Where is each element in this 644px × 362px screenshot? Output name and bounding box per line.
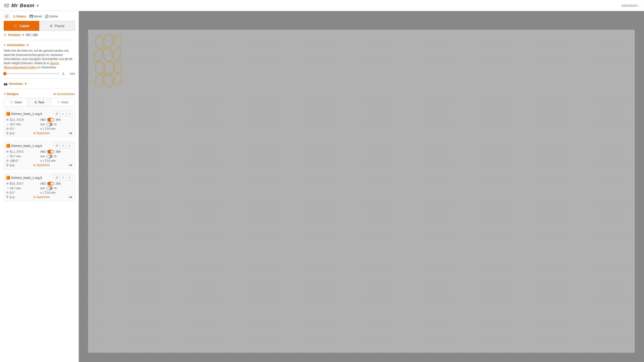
design-2-bottom: ⠿ 1×1 ⧉ duplizieren ≡▾ xyxy=(6,163,72,167)
laser-button[interactable]: 🔆 Laser xyxy=(4,21,39,31)
height-slider[interactable] xyxy=(4,73,60,74)
design-3-close-btn[interactable]: × xyxy=(67,175,72,180)
design-2-abc-toggle[interactable] xyxy=(47,150,54,154)
design-2-close-btn[interactable]: × xyxy=(67,143,72,148)
link-icon-2: ∞ xyxy=(40,159,42,162)
main-content: [x] ⚠ Status: 💾 Bereit 🔄 Online 🔆 xyxy=(0,11,644,362)
design-item-2-header: Einhorn_Karte_1.svg.6 ↺ + × xyxy=(6,143,72,148)
camera-icon: 📷 xyxy=(4,82,8,85)
designs-icon: ≡ xyxy=(4,92,6,96)
design-3-reset-btn[interactable]: ↺ xyxy=(54,175,59,180)
design-2-position: ✛ 41.1, 274.5 xyxy=(6,150,38,154)
width-icon-2: ↔ xyxy=(6,155,9,158)
status-label: ⚠ Status: xyxy=(13,14,27,18)
design-1-close-btn[interactable]: × xyxy=(67,111,72,116)
design-1-rotation: ↻ 0.0 ° xyxy=(6,127,38,130)
design-1-abc-toggle[interactable] xyxy=(47,118,54,122)
design-3-name: Einhorn_Karte_1.svg.6 xyxy=(6,176,42,179)
position-label[interactable]: Position: ▾ xyxy=(8,33,24,36)
vorschau-section[interactable]: 📷 Vorschau: ▾ xyxy=(4,82,75,85)
design-1-bottom: ⠿ 1×1 ⧉ duplizieren ≡▾ xyxy=(6,131,72,135)
grid-icon-3: ⠿ xyxy=(6,195,8,199)
logo-icon: 🥽 xyxy=(4,3,10,8)
duplicate-icon-3: ⧉ xyxy=(34,195,36,199)
design-3-icon xyxy=(6,176,10,179)
svg-point-7 xyxy=(103,61,115,76)
arbeit-section: ≡ Arbeitshöhe: ▾ Stelle hier die Höhe ei… xyxy=(4,43,75,75)
design-1-grid: ⠿ 1×1 xyxy=(6,132,14,135)
svg-point-6 xyxy=(94,60,105,75)
design-2-add-btn[interactable]: + xyxy=(60,143,66,148)
design-1-add-btn[interactable]: + xyxy=(60,111,66,116)
laser-icon: 🔆 xyxy=(13,24,18,28)
tab-text[interactable]: A Text xyxy=(28,98,51,106)
design-2-height: ∞ | 71.6 mm xyxy=(40,159,72,162)
design-3-duplicate-btn[interactable]: ⧉ duplizieren xyxy=(34,195,50,199)
reset-button[interactable]: ⊗ Zurücksetzen xyxy=(53,92,75,96)
svg-point-5 xyxy=(112,47,122,61)
design-3-abc: ABC ƆBA xyxy=(40,182,72,186)
svg-point-2 xyxy=(114,34,122,47)
design-2-menu-btn[interactable]: ≡▾ xyxy=(69,163,72,167)
x-button[interactable]: [x] xyxy=(4,14,10,18)
design-1-position: ✛ 22.2, 272.9 xyxy=(6,118,38,122)
design-1-props: ✛ 22.2, 272.9 ABC ƆBA ↔ 20.7 mm mm xyxy=(6,118,72,130)
design-3-mm-toggle-switch[interactable] xyxy=(46,186,53,190)
work-canvas[interactable] xyxy=(88,30,635,353)
design-2-abc: ABC ƆBA xyxy=(40,150,72,154)
design-2-reset-btn[interactable]: ↺ xyxy=(54,143,59,148)
designs-header: ≡ Designs ⊗ Zurücksetzen xyxy=(4,92,75,96)
design-1-mm-toggle: mm % xyxy=(40,122,72,126)
svg-point-9 xyxy=(93,73,106,88)
design-2-props: ✛ 41.1, 274.5 ABC ƆBA ↔ 20.7 mm mm xyxy=(6,150,72,162)
height-divider: | xyxy=(43,127,44,130)
svg-point-3 xyxy=(93,48,104,63)
design-1-mm-toggle-switch[interactable] xyxy=(46,122,53,126)
tab-datei[interactable]: 📄 Datei xyxy=(4,98,28,106)
rotate-icon-2: ↻ xyxy=(6,159,8,162)
design-2-width: ↔ 20.7 mm xyxy=(6,154,38,158)
design-3-menu-btn[interactable]: ≡▾ xyxy=(69,195,72,199)
status-bar: [x] ⚠ Status: 💾 Bereit 🔄 Online xyxy=(4,14,75,18)
slider-thumb xyxy=(3,72,6,75)
design-3-abc-toggle[interactable] xyxy=(47,182,54,186)
position-row: ✛ Position: ▾ 507, 390 xyxy=(4,33,75,36)
svg-point-11 xyxy=(113,73,123,86)
design-3-position: ✛ 63.8, 273.7 xyxy=(6,182,38,186)
design-item-2: Einhorn_Karte_1.svg.6 ↺ + × ✛ 41.1, 274.… xyxy=(4,141,75,169)
design-2-mm-toggle: mm % xyxy=(40,154,72,158)
rotate-icon: ↻ xyxy=(6,127,8,130)
text-icon: A xyxy=(34,100,37,104)
design-item-1: Einhorn_Karte_1.svg.6 ↺ + × ✛ 22.2, 272.… xyxy=(4,109,75,137)
divider-1 xyxy=(4,40,75,40)
design-2-mm-toggle-switch[interactable] xyxy=(46,154,53,158)
arbeit-title[interactable]: ≡ Arbeitshöhe: ▾ xyxy=(4,43,75,47)
position-move-icon-2: ✛ xyxy=(6,150,8,153)
design-2-duplicate-btn[interactable]: ⧉ duplizieren xyxy=(34,164,50,167)
slider-value: 1 xyxy=(62,72,67,75)
tab-form[interactable]: ♡ Form xyxy=(51,98,75,106)
design-3-add-btn[interactable]: + xyxy=(60,175,66,180)
file-icon: 📄 xyxy=(10,100,13,104)
sidebar: [x] ⚠ Status: 💾 Bereit 🔄 Online 🔆 xyxy=(0,11,79,362)
design-1-menu-btn[interactable]: ≡▾ xyxy=(69,131,72,135)
design-3-height: ∞ | 71.6 mm xyxy=(40,191,72,194)
pause-button[interactable]: ⏸ Pause xyxy=(39,21,75,31)
logo-text: Mr Beam xyxy=(11,2,34,8)
design-2-name: Einhorn_Karte_1.svg.6 xyxy=(6,144,42,148)
grid-pattern xyxy=(88,30,635,353)
move-icon: ✛ xyxy=(4,33,6,36)
status-online: 🔄 Online xyxy=(45,14,58,18)
design-tabs: 📄 Datei A Text ♡ Form xyxy=(4,98,75,106)
design-1-duplicate-btn[interactable]: ⧉ duplizieren xyxy=(34,132,50,135)
rotate-icon-3: ↻ xyxy=(6,191,8,194)
dropdown-arrow: ▾ xyxy=(22,33,24,36)
online-icon: 🔄 xyxy=(45,14,48,18)
design-1-reset-btn[interactable]: ↺ xyxy=(54,111,59,116)
position-move-icon: ✛ xyxy=(6,118,8,121)
design-3-actions: ↺ + × xyxy=(54,175,72,180)
canvas-area[interactable] xyxy=(79,11,644,362)
design-item-3: Einhorn_Karte_1.svg.6 ↺ + × ✛ 63.8, 273.… xyxy=(4,173,75,201)
ready-icon: 💾 xyxy=(30,14,33,18)
design-3-grid: ⠿ 1×1 xyxy=(6,195,14,199)
